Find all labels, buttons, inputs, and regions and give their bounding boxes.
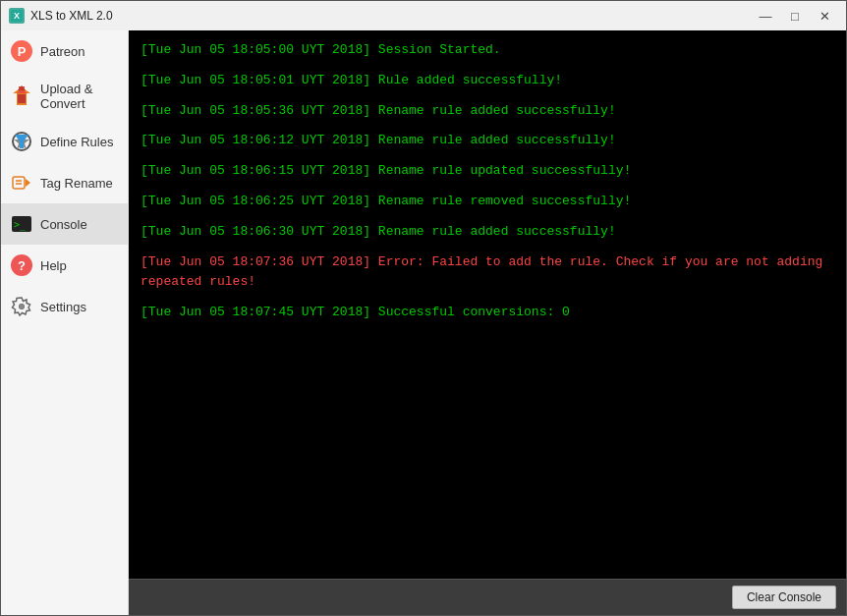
console-footer: Clear Console <box>129 579 846 615</box>
clear-console-button[interactable]: Clear Console <box>732 586 836 609</box>
tag-rename-icon <box>11 172 32 194</box>
console-spacer <box>141 121 834 131</box>
console-spacer <box>141 91 834 101</box>
svg-marker-14 <box>26 179 30 187</box>
console-spacer <box>141 182 834 192</box>
title-bar-left: X XLS to XML 2.0 <box>9 8 113 24</box>
sidebar-label-console: Console <box>40 217 87 232</box>
svg-text:X: X <box>14 11 20 21</box>
sidebar-label-rules: Define Rules <box>40 135 113 149</box>
upload-icon <box>11 85 32 107</box>
minimize-button[interactable]: — <box>752 6 779 26</box>
patreon-icon: P <box>11 40 32 62</box>
window-controls: — □ ✕ <box>752 6 838 26</box>
app-title: XLS to XML 2.0 <box>30 9 113 23</box>
console-line: [Tue Jun 05 18:06:25 UYT 2018] Rename ru… <box>141 192 834 212</box>
sidebar-label-settings: Settings <box>40 300 86 314</box>
title-bar: X XLS to XML 2.0 — □ ✕ <box>1 1 846 30</box>
console-line: [Tue Jun 05 18:06:12 UYT 2018] Rename ru… <box>141 131 834 151</box>
console-spacer <box>141 212 834 222</box>
sidebar: P Patreon Upload & Convert <box>1 30 129 615</box>
sidebar-label-upload: Upload & Convert <box>40 82 118 111</box>
sidebar-item-tag-rename[interactable]: Tag Rename <box>1 162 128 203</box>
app-icon: X <box>9 8 25 24</box>
console-output[interactable]: [Tue Jun 05 18:05:00 UYT 2018] Session S… <box>129 30 846 579</box>
sidebar-item-rules[interactable]: Define Rules <box>1 121 128 162</box>
console-line: [Tue Jun 05 18:05:36 UYT 2018] Rename ru… <box>141 101 834 122</box>
svg-rect-11 <box>13 177 25 189</box>
console-line: [Tue Jun 05 18:06:15 UYT 2018] Rename ru… <box>141 161 834 182</box>
console-line: [Tue Jun 05 18:06:30 UYT 2018] Rename ru… <box>141 222 834 243</box>
console-line: [Tue Jun 05 18:05:00 UYT 2018] Session S… <box>141 40 834 61</box>
sidebar-item-console[interactable]: >_ Console <box>1 203 128 245</box>
console-area: [Tue Jun 05 18:05:00 UYT 2018] Session S… <box>129 30 846 615</box>
svg-text:>_: >_ <box>14 219 27 231</box>
sidebar-item-settings[interactable]: Settings <box>1 286 128 327</box>
sidebar-item-patreon[interactable]: P Patreon <box>1 30 128 72</box>
sidebar-item-help[interactable]: ? Help <box>1 245 128 286</box>
console-icon: >_ <box>11 213 32 235</box>
sidebar-label-patreon: Patreon <box>40 44 85 59</box>
close-button[interactable]: ✕ <box>811 6 838 26</box>
console-spacer <box>141 293 834 303</box>
settings-icon <box>11 296 32 317</box>
sidebar-label-help: Help <box>40 258 67 273</box>
svg-rect-4 <box>18 94 26 103</box>
console-line: [Tue Jun 05 18:07:45 UYT 2018] Successfu… <box>141 303 834 323</box>
rules-icon <box>11 131 32 152</box>
main-content: P Patreon Upload & Convert <box>1 30 846 615</box>
console-line: [Tue Jun 05 18:05:01 UYT 2018] Rule adde… <box>141 71 834 91</box>
console-spacer <box>141 61 834 71</box>
console-spacer <box>141 151 834 161</box>
console-line: [Tue Jun 05 18:07:36 UYT 2018] Error: Fa… <box>141 252 834 294</box>
help-icon: ? <box>11 254 32 276</box>
maximize-button[interactable]: □ <box>781 6 809 26</box>
console-spacer <box>141 243 834 252</box>
svg-point-18 <box>20 305 25 309</box>
sidebar-item-upload[interactable]: Upload & Convert <box>1 72 128 121</box>
sidebar-label-tag-rename: Tag Rename <box>40 176 113 191</box>
